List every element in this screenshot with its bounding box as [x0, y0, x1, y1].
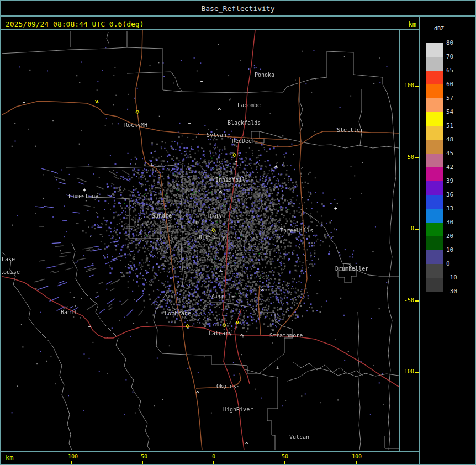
- colorbar-value-label: 42: [446, 163, 470, 171]
- city-label: Lake: [2, 256, 15, 262]
- plus-marker-icon: +: [195, 220, 198, 225]
- city-label: Ponoka: [255, 72, 274, 78]
- caret-marker-icon: ^: [218, 108, 221, 114]
- colorbar-swatch: [426, 167, 443, 181]
- right-axis-tick-mark: [415, 229, 419, 230]
- city-label: HighRiver: [223, 406, 253, 413]
- city-label: Okotoks: [216, 383, 240, 389]
- bottom-axis-tick-label: 50: [273, 453, 297, 459]
- city-label: Strathmore: [269, 332, 303, 339]
- radar-application-window: Base_Reflectivity 2025/09/24 08:08:44 UT…: [0, 0, 476, 465]
- city-label: ThreeHills: [280, 228, 313, 234]
- caret-marker-icon: ^: [219, 191, 223, 197]
- caret-marker-icon: ^: [188, 122, 192, 128]
- city-label: RedDeer: [232, 138, 255, 144]
- colorbar-swatch: [426, 250, 443, 264]
- bottom-axis-tick-label: -100: [59, 453, 83, 459]
- city-label: Innisfail: [215, 177, 245, 183]
- colorbar-value-label: 0: [446, 260, 470, 267]
- colorbar-value-label: 60: [446, 81, 470, 88]
- city-label: Calgary: [209, 330, 232, 336]
- bottom-axis-tick-mark: [284, 461, 285, 464]
- radar-site-icon: ◇: [186, 322, 190, 329]
- colorbar-swatch: [426, 71, 443, 84]
- caret-marker-icon: ^: [245, 442, 249, 448]
- right-axis-tick-mark: [415, 86, 419, 87]
- right-axis-tick-mark: [415, 157, 419, 158]
- city-label: Airdrie: [211, 293, 235, 299]
- colorbar-swatch: [426, 43, 443, 57]
- bottom-axis-tick-label: -50: [130, 453, 155, 459]
- colorbar-value-label: 36: [446, 191, 470, 198]
- city-label: Banff: [61, 309, 77, 315]
- right-axis-tick-label: 0: [392, 225, 414, 231]
- title-bar: Base_Reflectivity: [0, 1, 476, 15]
- colorbar-value-label: -30: [446, 288, 470, 295]
- city-label: Cochrane: [165, 310, 191, 316]
- colorbar-swatch: [426, 181, 443, 195]
- map-bottom-border: [0, 451, 420, 452]
- colorbar-value-label: 65: [446, 67, 470, 74]
- right-axis-tick-label: 50: [392, 154, 414, 160]
- bottom-axis-tick-label: 0: [202, 453, 226, 459]
- colorbar-swatch: [426, 84, 443, 98]
- right-axis-tick-mark: [415, 372, 419, 373]
- colorbar-swatch: [426, 112, 443, 126]
- colorbar-title: dBZ: [434, 25, 462, 31]
- colorbar-swatch: [426, 223, 443, 236]
- city-label: Blackfalds: [228, 120, 261, 126]
- caret-marker-icon: ^: [200, 80, 204, 86]
- scan-timestamp: 2025/09/24 08:08:44 UTC 0.6(deg): [6, 20, 144, 28]
- colorbar-swatch: [426, 57, 443, 71]
- colorbar-swatch: [426, 209, 443, 223]
- frame-left: [0, 0, 1, 465]
- colorbar-left-border: [419, 15, 420, 465]
- colorbar-value-label: 30: [446, 219, 470, 226]
- colorbar-value-label: -10: [446, 274, 470, 281]
- radar-site-icon: ◇: [232, 151, 237, 158]
- city-label: Louise: [2, 269, 20, 275]
- colorbar-swatch: [426, 195, 443, 209]
- caret-marker-icon: ^: [196, 390, 200, 397]
- right-axis-tick-mark: [415, 300, 419, 302]
- colorbar-value-label: 80: [446, 39, 470, 46]
- map-canvas[interactable]: [2, 30, 399, 451]
- chevron-marker-icon: v: [236, 319, 240, 325]
- colorbar-swatch: [426, 236, 443, 250]
- colorbar-swatch: [426, 126, 443, 140]
- chevron-marker-icon: v: [95, 98, 99, 104]
- colorbar-swatch: [426, 98, 443, 112]
- city-label: Drumheller: [335, 266, 368, 272]
- city-label: Sylvan: [207, 132, 226, 138]
- city-label: Didsbury: [199, 234, 225, 240]
- bottom-axis-unit-label: km: [6, 454, 13, 462]
- title-divider: [0, 15, 476, 17]
- right-axis-tick-label: -50: [392, 297, 414, 303]
- colorbar-swatch: [426, 154, 443, 167]
- caret-marker-icon: ^: [88, 325, 92, 331]
- colorbar-swatch: [426, 140, 443, 154]
- city-label: Sundre: [152, 213, 172, 219]
- window-title: Base_Reflectivity: [0, 4, 476, 13]
- bottom-axis-tick-mark: [356, 461, 357, 464]
- map-viewport: PonokaLacombeBlackfaldsSylvanRedDeerRock…: [2, 30, 399, 451]
- caret-marker-icon: ^: [22, 101, 26, 107]
- bottom-axis-tick-mark: [213, 461, 214, 464]
- colorbar-swatch: [426, 264, 443, 278]
- colorbar-value-label: 39: [446, 177, 470, 184]
- colorbar-value-label: 20: [446, 232, 470, 240]
- right-axis-tick-label: -100: [392, 368, 414, 374]
- city-label: Stettler: [337, 127, 363, 133]
- city-label: RockyMH: [124, 122, 147, 128]
- caret-marker-icon: ^: [235, 160, 239, 166]
- city-label: Olds: [208, 213, 221, 219]
- city-label: Vulcan: [289, 434, 309, 440]
- bottom-axis-tick-mark: [71, 461, 72, 464]
- colorbar-value-label: 51: [446, 122, 470, 129]
- colorbar-value-label: 54: [446, 108, 470, 115]
- plus-marker-icon: +: [276, 365, 279, 371]
- right-axis-tick-label: 100: [392, 82, 414, 88]
- caret-marker-icon: ^: [219, 270, 223, 276]
- colorbar-swatch: [426, 278, 443, 292]
- radar-site-icon: ◇: [211, 226, 216, 233]
